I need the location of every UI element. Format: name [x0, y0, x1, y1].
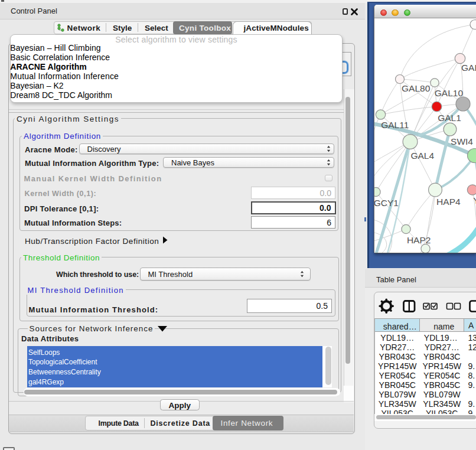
svg-text:HAP2: HAP2 — [406, 235, 431, 245]
svg-text:GAL1: GAL1 — [438, 113, 461, 123]
svg-text:HAP4: HAP4 — [436, 197, 461, 207]
svg-text:GAL80: GAL80 — [402, 83, 431, 93]
svg-text:GAL7: GAL7 — [461, 63, 476, 73]
svg-text:GAL11: GAL11 — [381, 120, 409, 130]
svg-text:GAL10: GAL10 — [434, 88, 463, 98]
svg-text:SWI4: SWI4 — [451, 136, 473, 146]
svg-text:GCY1: GCY1 — [374, 198, 399, 208]
svg-text:Y: Y — [473, 195, 476, 206]
svg-text:GAL4: GAL4 — [410, 151, 434, 161]
